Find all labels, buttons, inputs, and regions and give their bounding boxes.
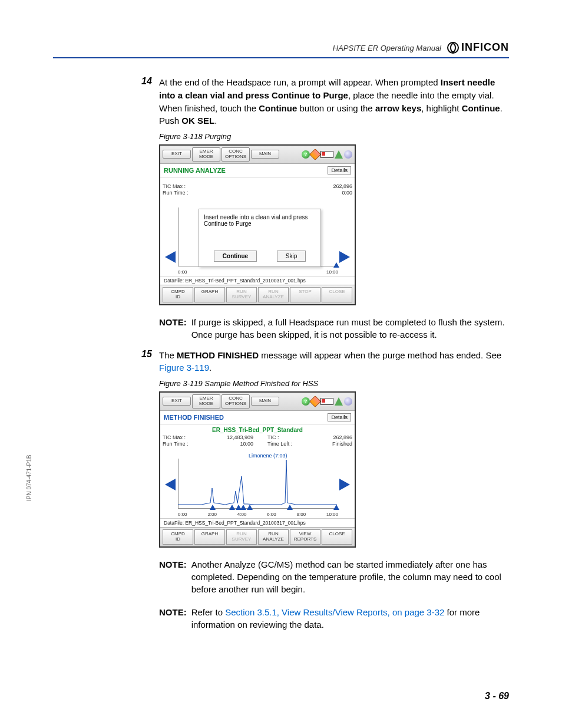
globe-status-icon [344, 150, 352, 159]
time-left-value: Finished [317, 441, 352, 448]
details-button[interactable]: Details [328, 166, 351, 174]
top-toolbar: EXIT EMER MODE CONC OPTIONS MAIN ? [160, 146, 355, 164]
cmpd-id-button[interactable]: CMPD ID [163, 529, 193, 545]
tic-max-label: TIC Max : [163, 434, 198, 442]
note-refer-section: NOTE: Refer to Section 3.5.1, View Resul… [159, 606, 509, 631]
exit-button[interactable]: EXIT [163, 397, 191, 406]
axis-tick: 10:00 [326, 512, 338, 517]
tic-max-label: TIC Max : [163, 183, 189, 190]
step-15: 15 The METHOD FINISHED message will appe… [141, 349, 509, 375]
main-button[interactable]: MAIN [251, 397, 279, 406]
datafile-label: DataFile: ER_HSS_Tri-Bed_PPT_Standard_20… [160, 276, 355, 285]
brand-logo: INFICON [447, 41, 509, 54]
close-button[interactable]: CLOSE [322, 529, 352, 545]
run-time-value: 10:00 [212, 441, 253, 448]
axis-tick: 10:00 [326, 269, 338, 275]
doc-title: HAPSITE ER Operating Manual [333, 44, 441, 54]
section-link[interactable]: Section 3.5.1, View Results/View Reports… [225, 607, 444, 617]
step-14: 14 At the end of the Headspace run, a pr… [141, 76, 509, 127]
peak-label: Limonene (7:03) [249, 453, 287, 459]
globe-status-icon [344, 397, 352, 406]
run-time-value: 0:00 [333, 190, 352, 197]
figure-link[interactable]: Figure 3-119 [159, 363, 209, 373]
stop-button: STOP [290, 287, 320, 302]
graph-button[interactable]: GRAPH [194, 529, 225, 545]
scroll-left-icon[interactable] [165, 479, 176, 490]
axis-tick: 2:00 [207, 512, 217, 517]
emer-mode-button[interactable]: EMER MODE [192, 147, 220, 162]
screenshot-purging: EXIT EMER MODE CONC OPTIONS MAIN ? RUNNI… [159, 144, 356, 305]
time-left-label: Time Left : [267, 441, 303, 448]
conc-options-button[interactable]: CONC OPTIONS [222, 394, 250, 409]
note-another-analyze: NOTE: Another Analyze (GC/MS) method can… [159, 558, 509, 595]
info-icon[interactable] [309, 396, 321, 407]
axis-tick: 0:00 [178, 512, 187, 517]
prompt-message: Insert needle into a clean vial and pres… [204, 214, 316, 227]
status-triangle-icon [335, 397, 343, 406]
side-part-number: IPN 074-471-P1B [26, 455, 32, 501]
axis-tick: 4:00 [237, 512, 247, 517]
globe-icon [447, 42, 459, 54]
datafile-label: DataFile: ER_HSS_Tri-Bed_PPT_Standard_20… [160, 518, 355, 527]
run-survey-button: RUN SURVEY [226, 287, 257, 302]
axis-tick: 6:00 [267, 512, 276, 517]
tic-max-value: 12,483,909 [212, 434, 253, 442]
conc-options-button[interactable]: CONC OPTIONS [222, 147, 250, 162]
run-survey-button: RUN SURVEY [226, 529, 257, 545]
run-time-label: Run Time : [163, 190, 189, 197]
battery-icon [320, 398, 333, 405]
scroll-left-icon[interactable] [165, 251, 176, 263]
top-toolbar: EXIT EMER MODE CONC OPTIONS MAIN ? [160, 393, 355, 411]
status-triangle-icon [335, 150, 343, 159]
tic-value: 262,896 [317, 434, 352, 442]
figure-caption-119: Figure 3-119 Sample Method Finished for … [159, 379, 509, 388]
battery-icon [320, 151, 333, 158]
help-icon[interactable]: ? [302, 397, 310, 406]
run-analyze-button: RUN ANALYZE [258, 287, 289, 302]
run-analyze-button[interactable]: RUN ANALYZE [258, 529, 289, 545]
note-purge-skip: NOTE: If purge is skipped, a full Headsp… [159, 316, 509, 341]
info-icon[interactable] [309, 149, 321, 160]
figure-caption-118: Figure 3-118 Purging [159, 132, 509, 141]
exit-button[interactable]: EXIT [163, 150, 191, 159]
close-button: CLOSE [322, 287, 352, 302]
step-number: 14 [141, 76, 159, 127]
status-label: METHOD FINISHED [164, 414, 224, 421]
page-header: HAPSITE ER Operating Manual INFICON [53, 41, 509, 58]
help-icon[interactable]: ? [302, 150, 310, 159]
axis-tick: 0:00 [178, 269, 187, 275]
graph-button[interactable]: GRAPH [194, 287, 225, 302]
step-number: 15 [141, 349, 159, 375]
status-label: RUNNING ANALYZE [164, 167, 226, 174]
tic-max-value: 262,896 [333, 183, 352, 190]
method-name: ER_HSS_Tri-Bed_PPT_Standard [160, 427, 355, 433]
view-reports-button[interactable]: VIEW REPORTS [290, 529, 320, 545]
tic-label: TIC : [267, 434, 303, 442]
details-button[interactable]: Details [328, 413, 351, 421]
main-button[interactable]: MAIN [251, 150, 279, 159]
run-time-label: Run Time : [163, 441, 198, 448]
axis-tick: 8:00 [297, 512, 306, 517]
emer-mode-button[interactable]: EMER MODE [192, 394, 220, 409]
scroll-right-icon[interactable] [339, 251, 350, 263]
page-number: 3 - 69 [485, 691, 509, 701]
screenshot-method-finished: EXIT EMER MODE CONC OPTIONS MAIN ? METHO… [159, 391, 356, 548]
cmpd-id-button[interactable]: CMPD ID [163, 287, 193, 302]
scroll-right-icon[interactable] [339, 479, 350, 490]
